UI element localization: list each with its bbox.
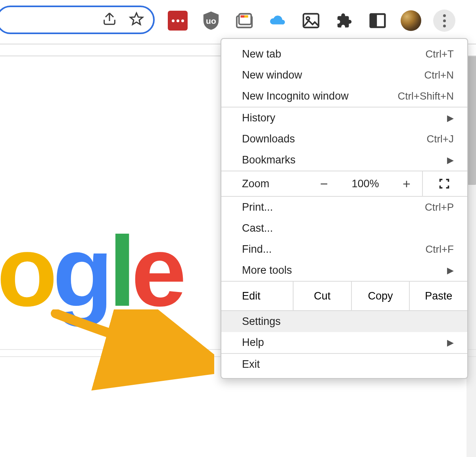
menu-help-label: Help: [242, 336, 443, 349]
menu-new-incognito-label: New Incognito window: [242, 90, 397, 102]
ublock-icon[interactable]: uo: [200, 10, 222, 32]
svg-marker-0: [130, 13, 142, 25]
submenu-arrow-icon: ▶: [447, 338, 454, 348]
menu-downloads-label: Downloads: [242, 133, 426, 145]
menu-history[interactable]: History ▶: [221, 108, 467, 129]
share-icon[interactable]: [102, 11, 117, 29]
side-panel-icon[interactable]: [367, 10, 389, 32]
menu-new-incognito-shortcut: Ctrl+Shift+N: [397, 90, 454, 102]
menu-new-tab[interactable]: New tab Ctrl+T: [221, 44, 467, 65]
more-button[interactable]: [433, 10, 455, 32]
menu-more-tools[interactable]: More tools ▶: [221, 260, 467, 281]
google-logo-e: e: [131, 216, 182, 327]
edit-paste-button[interactable]: Paste: [409, 282, 467, 310]
extensions-icon[interactable]: [333, 10, 355, 32]
zoom-out-button[interactable]: −: [309, 171, 340, 196]
google-logo: ogle: [0, 222, 182, 321]
zoom-value: 100%: [340, 171, 391, 196]
edit-cut-button[interactable]: Cut: [293, 282, 351, 310]
menu-edit-row: Edit Cut Copy Paste: [221, 282, 467, 310]
menu-more-tools-label: More tools: [242, 264, 443, 277]
menu-find-label: Find...: [242, 243, 426, 255]
menu-settings[interactable]: Settings: [221, 311, 467, 332]
menu-cast-label: Cast...: [242, 222, 454, 234]
menu-edit-label: Edit: [221, 282, 293, 310]
svg-point-7: [307, 17, 310, 20]
zoom-in-button[interactable]: +: [391, 171, 422, 196]
address-bar[interactable]: [0, 6, 155, 34]
menu-downloads[interactable]: Downloads Ctrl+J: [221, 129, 467, 150]
menu-new-window-shortcut: Ctrl+N: [424, 69, 454, 81]
menu-new-incognito[interactable]: New Incognito window Ctrl+Shift+N: [221, 86, 467, 107]
menu-downloads-shortcut: Ctrl+J: [426, 133, 454, 145]
menu-help[interactable]: Help ▶: [221, 332, 467, 353]
svg-rect-4: [240, 15, 244, 18]
tab-stash-icon[interactable]: [233, 10, 255, 32]
menu-bookmarks-label: Bookmarks: [242, 154, 443, 166]
menu-new-tab-label: New tab: [242, 48, 426, 60]
svg-rect-5: [244, 15, 248, 18]
svg-rect-9: [370, 14, 377, 27]
chrome-menu: New tab Ctrl+T New window Ctrl+N New Inc…: [221, 38, 468, 379]
svg-rect-6: [303, 14, 319, 28]
menu-print-label: Print...: [242, 201, 425, 213]
google-logo-g: g: [53, 216, 109, 327]
menu-exit[interactable]: Exit: [221, 354, 467, 375]
menu-exit-label: Exit: [242, 358, 454, 371]
menu-new-window[interactable]: New window Ctrl+N: [221, 65, 467, 86]
toolbar-icons: uo: [167, 10, 455, 32]
profile-avatar[interactable]: [400, 10, 422, 32]
menu-zoom-label: Zoom: [221, 178, 309, 190]
browser-toolbar: uo: [0, 0, 476, 44]
menu-history-label: History: [242, 112, 443, 124]
svg-text:uo: uo: [206, 16, 216, 25]
google-logo-l: l: [108, 216, 131, 327]
menu-bookmarks[interactable]: Bookmarks ▶: [221, 150, 467, 171]
menu-settings-label: Settings: [242, 315, 454, 328]
menu-new-window-label: New window: [242, 69, 424, 81]
menu-cast[interactable]: Cast...: [221, 218, 467, 239]
fullscreen-button[interactable]: [422, 171, 466, 196]
google-logo-o: o: [0, 216, 53, 327]
menu-new-tab-shortcut: Ctrl+T: [426, 48, 454, 60]
image-icon[interactable]: [300, 10, 322, 32]
menu-print-shortcut: Ctrl+P: [425, 201, 454, 213]
lastpass-icon[interactable]: [167, 10, 189, 32]
menu-find-shortcut: Ctrl+F: [426, 243, 454, 255]
star-icon[interactable]: [129, 11, 144, 29]
menu-zoom-row: Zoom − 100% +: [221, 171, 467, 196]
menu-find[interactable]: Find... Ctrl+F: [221, 239, 467, 260]
submenu-arrow-icon: ▶: [447, 155, 454, 165]
cloud-icon[interactable]: [267, 10, 289, 32]
submenu-arrow-icon: ▶: [447, 265, 454, 276]
edit-copy-button[interactable]: Copy: [351, 282, 409, 310]
menu-print[interactable]: Print... Ctrl+P: [221, 197, 467, 218]
submenu-arrow-icon: ▶: [447, 113, 454, 123]
